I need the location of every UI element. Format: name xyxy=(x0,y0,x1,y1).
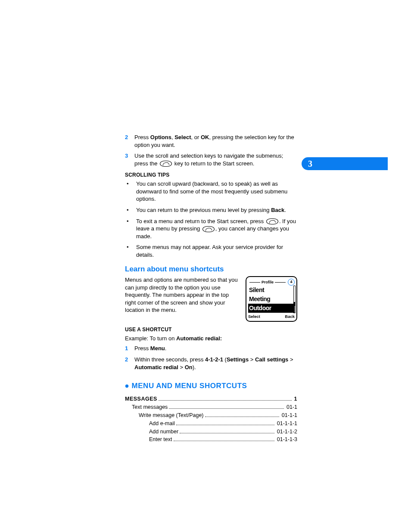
text: Example: To turn on xyxy=(125,335,176,342)
text: Within three seconds, press xyxy=(134,356,205,363)
text: > xyxy=(178,364,185,370)
softkey-left: Select xyxy=(248,314,260,320)
text: You can return to the previous menu leve… xyxy=(136,206,297,214)
learn-shortcuts-heading: Learn about menu shortcuts xyxy=(125,264,297,274)
bullet-icon: • xyxy=(125,180,136,203)
menu-shortcut-toc: MESSAGES1 Text messages01-1 Write messag… xyxy=(125,395,297,443)
use-shortcut-heading: USE A SHORTCUT xyxy=(125,326,297,333)
text: You can scroll upward (backward, so to s… xyxy=(136,180,297,203)
toc-row: Enter text01-1-1-3 xyxy=(149,436,297,443)
toc-row: MESSAGES1 xyxy=(125,395,297,403)
toc-page: 1 xyxy=(294,395,297,403)
bold-text: Settings xyxy=(227,356,249,363)
toc-row: Add e-mail01-1-1-1 xyxy=(149,420,297,427)
toc-page: 01-1-1-3 xyxy=(277,436,297,443)
phone-menu-item: Meeting xyxy=(248,295,295,304)
scrolling-tips-list: •You can scroll upward (backward, so to … xyxy=(125,180,297,258)
toc-page: 01-1-1 xyxy=(282,412,297,419)
bold-text: Select xyxy=(174,134,191,140)
step-body: Press Options, Select, or OK, pressing t… xyxy=(134,134,297,149)
text: Press xyxy=(134,345,150,352)
toc-row: Add number01-1-1-2 xyxy=(149,428,297,436)
text: To exit a menu and return to the Start s… xyxy=(136,218,297,240)
end-key-icon xyxy=(160,161,172,167)
list-item: •Some menus may not appear. Ask your ser… xyxy=(125,243,297,258)
text: ( xyxy=(223,356,227,363)
toc-label: MESSAGES xyxy=(125,395,157,403)
step-body: Within three seconds, press 4-1-2-1 (Set… xyxy=(134,356,297,371)
text: ). xyxy=(193,364,196,370)
bold-text: OK xyxy=(201,134,209,140)
leader-dots xyxy=(169,408,284,409)
toc-label: Add e-mail xyxy=(149,420,175,427)
toc-label: Add number xyxy=(149,428,178,436)
step-body: Press Menu. xyxy=(134,345,297,352)
end-key-icon xyxy=(266,218,278,224)
step-body: Use the scroll and selection keys to nav… xyxy=(134,152,297,167)
leader-dots xyxy=(174,441,274,441)
text: > xyxy=(249,356,255,363)
heading-text: MENU AND MENU SHORTCUTS xyxy=(132,382,247,390)
text: Menus and options are numbered so that y… xyxy=(125,276,240,314)
step-2: 2 Press Options, Select, or OK, pressing… xyxy=(125,134,297,149)
leader-dots xyxy=(176,425,274,425)
bold-text: Back xyxy=(271,207,284,213)
shortcut-step-1: 1 Press Menu. xyxy=(125,345,297,352)
leader-dots xyxy=(205,417,279,417)
text: > xyxy=(288,356,293,363)
toc-label: Enter text xyxy=(149,436,172,443)
phone-title-bar: Profile4 xyxy=(248,279,295,286)
shortcut-step-2: 2 Within three seconds, press 4-1-2-1 (S… xyxy=(125,356,297,371)
phone-menu-item: Silent xyxy=(248,286,295,295)
phone-scrollbar xyxy=(293,286,296,313)
text: Press xyxy=(134,134,150,140)
bullet-icon: • xyxy=(125,206,136,214)
text: key to return to the Start screen. xyxy=(173,160,254,167)
chapter-number-badge: 3 xyxy=(304,157,317,170)
bullet-icon: • xyxy=(125,218,136,240)
bold-text: Automatic redial xyxy=(134,364,178,370)
bold-text: Options xyxy=(150,134,171,140)
bullet-icon: • xyxy=(125,380,129,392)
text: , or xyxy=(191,134,201,140)
phone-title: Profile xyxy=(262,280,274,285)
softkey-right: Back xyxy=(285,314,295,320)
leader-dots xyxy=(180,433,274,433)
text: . xyxy=(284,207,286,213)
end-key-icon xyxy=(202,226,215,232)
scrolling-tips-heading: SCROLLING TIPS xyxy=(125,171,297,178)
toc-page: 01-1-1-1 xyxy=(277,420,297,427)
example-line: Example: To turn on Automatic redial: xyxy=(125,335,297,342)
bold-text: Call settings xyxy=(255,356,288,363)
bold-text: Menu xyxy=(150,345,165,352)
menu-shortcuts-section-heading: •MENU AND MENU SHORTCUTS xyxy=(125,381,297,391)
bold-text: Automatic redial: xyxy=(176,335,222,342)
phone-softkeys: Select Back xyxy=(248,314,295,320)
toc-page: 01-1 xyxy=(286,404,297,411)
toc-label: Write message (Text/Page) xyxy=(139,412,204,419)
bullet-icon: • xyxy=(125,243,136,258)
step-number: 2 xyxy=(125,356,134,371)
bold-text: 4-1-2-1 xyxy=(205,356,223,363)
bold-text: On xyxy=(185,364,193,370)
list-item: •To exit a menu and return to the Start … xyxy=(125,218,297,240)
text: You can return to the previous menu leve… xyxy=(136,207,271,213)
leader-dots xyxy=(159,400,292,401)
text: . xyxy=(165,345,167,352)
step-number: 3 xyxy=(125,152,134,167)
step-3: 3 Use the scroll and selection keys to n… xyxy=(125,152,297,167)
step-number: 2 xyxy=(125,134,134,149)
page-content: 2 Press Options, Select, or OK, pressing… xyxy=(125,134,297,444)
phone-menu-item-selected: Outdoor xyxy=(248,304,295,313)
shortcut-intro-block: Menus and options are numbered so that y… xyxy=(125,276,297,321)
text: To exit a menu and return to the Start s… xyxy=(136,218,265,224)
phone-screen-illustration: Profile4 Silent Meeting Outdoor Select B… xyxy=(246,276,297,321)
list-item: •You can scroll upward (backward, so to … xyxy=(125,180,297,203)
toc-label: Text messages xyxy=(132,404,168,411)
toc-page: 01-1-1-2 xyxy=(277,428,297,436)
toc-row: Write message (Text/Page)01-1-1 xyxy=(139,412,297,419)
text: Some menus may not appear. Ask your serv… xyxy=(136,243,297,258)
list-item: •You can return to the previous menu lev… xyxy=(125,206,297,214)
menu-position-badge: 4 xyxy=(288,279,295,286)
toc-row: Text messages01-1 xyxy=(132,404,297,411)
